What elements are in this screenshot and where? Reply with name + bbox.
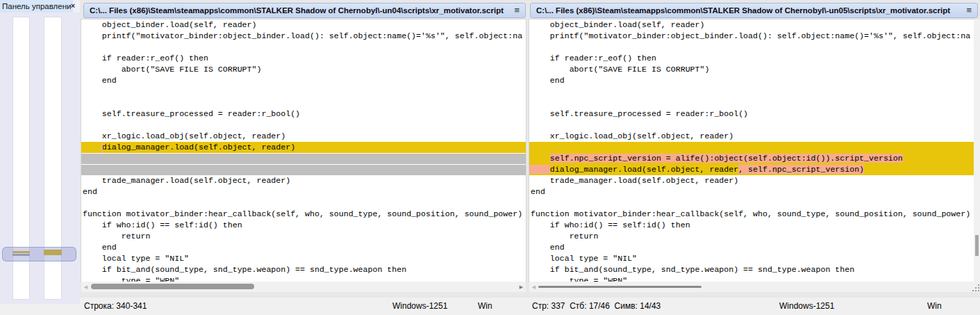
left-eol-status: Win [478, 298, 492, 315]
code-line[interactable] [529, 86, 974, 97]
menu-icon[interactable]: ≡ [966, 3, 972, 17]
code-segment: dialog_manager.load(self.object, reader [550, 165, 738, 174]
vertical-scrollbar-thumb[interactable] [975, 235, 979, 256]
code-line[interactable]: return [81, 231, 526, 242]
location-pane-caption[interactable]: Панель управлени × [0, 0, 80, 13]
code-line[interactable]: if bit_and(sound_type, snd_type.weapon) … [529, 264, 974, 275]
code-line[interactable]: function motivator_binder:hear_callback(… [81, 209, 526, 220]
code-line[interactable]: if bit_and(sound_type, snd_type.weapon) … [81, 264, 526, 275]
left-cursor-position-status: Строка: 340-341 [84, 298, 147, 315]
code-line[interactable]: end [81, 186, 526, 197]
code-line[interactable]: end [529, 242, 974, 253]
location-pane-title: Панель управлени [0, 0, 73, 13]
code-line[interactable]: local type = "NIL" [81, 253, 526, 264]
code-segment [531, 154, 550, 163]
code-line[interactable]: abort("SAVE FILE IS CORRUPT") [529, 64, 974, 75]
code-line[interactable]: abort("SAVE FILE IS CORRUPT") [81, 64, 526, 75]
current-view-indicator[interactable] [2, 247, 76, 261]
left-code-editor[interactable]: object_binder.load(self, reader) printf(… [81, 19, 526, 282]
code-line[interactable]: type = "WPN" [529, 275, 974, 282]
code-line[interactable]: if reader:r_eof() then [81, 53, 526, 64]
winmerge-window: Строка: 340-341 Windows-1251 Win Стр: 33… [0, 0, 980, 315]
right-cursor-position-status: Стр: 337 Стб: 17/46 Симв: 14/43 [532, 298, 661, 315]
code-line[interactable]: type = "WPN" [81, 275, 526, 282]
diff-code-line[interactable]: dialog_manager.load(self.object, reader) [81, 142, 526, 153]
code-line[interactable]: self.treasure_processed = reader:r_bool(… [529, 108, 974, 120]
diff-code-line[interactable]: dialog_manager.load(self.object, reader,… [529, 164, 974, 175]
word-diff-segment: self.npc_script_version = alife():object… [550, 154, 903, 163]
code-line[interactable]: trade_manager.load(self.object, reader) [81, 175, 526, 186]
code-line[interactable]: end [81, 242, 526, 253]
left-file-header[interactable]: C:\... Files (x86)\Steam\steamapps\commo… [83, 3, 526, 18]
code-line[interactable]: xr_logic.load_obj(self.object, reader) [529, 131, 974, 142]
code-line[interactable]: if who:id() == self:id() then [81, 220, 526, 231]
menu-icon[interactable]: ≡ [514, 3, 520, 17]
insertion-point-marker [101, 142, 103, 153]
code-line[interactable]: xr_logic.load_obj(self.object, reader) [81, 131, 526, 142]
code-line[interactable] [529, 197, 974, 209]
code-line[interactable]: end [529, 186, 974, 197]
horizontal-scrollbar-thumb[interactable] [538, 286, 701, 288]
right-encoding-status: Windows-1251 [779, 298, 834, 315]
right-code-editor[interactable]: object_binder.load(self, reader) printf(… [529, 19, 974, 282]
right-file-path: C:\... Files (x86)\Steam\steamapps\commo… [536, 6, 950, 15]
code-line[interactable] [529, 120, 974, 131]
scroll-left-arrow-icon[interactable]: ◀ [81, 282, 90, 292]
location-pane-map[interactable] [0, 13, 80, 304]
code-line[interactable] [81, 197, 526, 209]
right-eol-status: Win [927, 298, 942, 315]
left-horizontal-scrollbar[interactable]: ◀ ▶ [81, 282, 526, 292]
left-encoding-status: Windows-1251 [392, 298, 447, 315]
size-grip-icon[interactable] [972, 283, 980, 292]
right-file-header[interactable]: C:\... Files (x86)\Steam\steamapps\commo… [530, 3, 978, 18]
code-line[interactable]: end [529, 75, 974, 86]
diff-code-line[interactable]: self.npc_script_version = alife():object… [529, 153, 974, 164]
code-line[interactable]: if who:id() == self:id() then [529, 220, 974, 231]
code-line[interactable] [81, 42, 526, 53]
ghost-line[interactable] [81, 164, 526, 175]
ghost-line[interactable] [81, 153, 526, 164]
horizontal-scrollbar-thumb[interactable] [91, 284, 254, 289]
right-vertical-scrollbar[interactable] [974, 19, 980, 292]
code-line[interactable]: if reader:r_eof() then [529, 53, 974, 64]
code-line[interactable] [81, 86, 526, 97]
status-bar: Строка: 340-341 Windows-1251 Win Стр: 33… [0, 298, 980, 315]
left-file-path: C:\... Files (x86)\Steam\steamapps\commo… [90, 6, 504, 15]
code-line[interactable]: end [81, 75, 526, 86]
code-line[interactable] [529, 97, 974, 108]
scroll-right-arrow-icon[interactable]: ▶ [517, 282, 526, 292]
code-line[interactable]: trade_manager.load(self.object, reader) [529, 175, 974, 186]
code-line[interactable]: return [529, 231, 974, 242]
code-line[interactable]: function motivator_binder:hear_callback(… [529, 209, 974, 220]
code-line[interactable]: local type = "NIL" [529, 253, 974, 264]
right-horizontal-scrollbar[interactable]: ◀ [529, 282, 974, 292]
word-diff-segment [529, 165, 550, 174]
code-line[interactable]: object_binder.load(self, reader) [81, 19, 526, 31]
scroll-left-arrow-icon[interactable]: ◀ [529, 282, 538, 292]
close-icon[interactable]: × [68, 0, 78, 13]
code-line[interactable] [81, 97, 526, 108]
code-line[interactable] [81, 120, 526, 131]
code-line[interactable]: printf("motivator_binder:object_binder.l… [81, 31, 526, 42]
word-diff-segment: , self.npc_script_version) [738, 165, 864, 174]
diff-code-line[interactable] [529, 142, 974, 153]
code-line[interactable]: printf("motivator_binder:object_binder.l… [529, 31, 974, 42]
code-line[interactable]: object_binder.load(self, reader) [529, 19, 974, 31]
location-pane: Панель управлени × [0, 0, 80, 304]
code-line[interactable] [529, 42, 974, 53]
code-line[interactable]: self.treasure_processed = reader:r_bool(… [81, 108, 526, 120]
